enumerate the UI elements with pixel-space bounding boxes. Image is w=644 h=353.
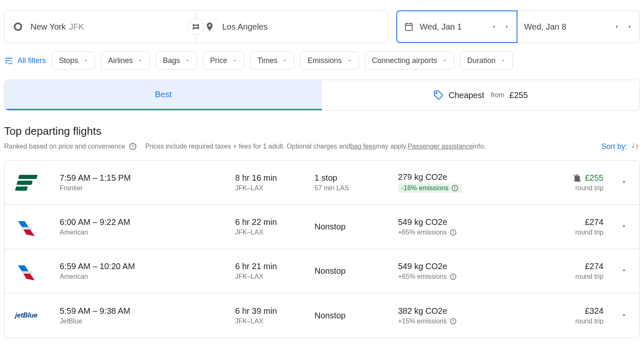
chevron-down-icon [232,58,237,63]
tab-best[interactable]: Best [5,80,322,110]
filter-chip-airlines[interactable]: Airlines [101,51,150,70]
info-icon[interactable] [449,229,457,236]
chevron-down-icon [620,311,628,319]
filter-chip-stops[interactable]: Stops [52,51,95,70]
all-filters-label: All filters [18,56,46,65]
flight-route: JFK–LAX [235,273,314,280]
info-icon[interactable] [449,273,457,280]
trip-type: round trip [537,273,603,280]
flight-stops: 1 stop [314,173,398,183]
tab-cheapest-label: Cheapest [449,91,484,100]
chevron-down-icon [620,178,628,186]
airline-name: American [60,273,235,280]
return-prev-icon[interactable] [614,24,619,30]
filter-chip-bags[interactable]: Bags [156,51,197,70]
flight-price: £274 [537,262,603,271]
flight-row[interactable]: 6:00 AM – 9:22 AMAmerican6 hr 22 minJFK–… [5,205,639,249]
destination-text: Los Angeles [222,22,268,32]
flight-duration: 6 hr 21 min [235,262,314,271]
filter-chip-label: Price [210,56,227,65]
emissions-delta: +15% emissions [398,318,457,325]
svg-point-0 [436,93,437,94]
tab-cheapest-price: £255 [510,91,528,100]
chevron-down-icon [620,222,628,230]
all-filters-button[interactable]: All filters [4,56,46,65]
flight-stops: Nonstop [314,222,398,232]
filter-chip-label: Stops [59,56,78,65]
airline-logo-frontier [15,175,38,191]
flight-row[interactable]: 7:59 AM – 1:15 PMFrontier8 hr 16 minJFK–… [5,161,639,205]
emissions-delta: +65% emissions [398,273,457,280]
tab-cheapest[interactable]: Cheapest from £255 [322,80,639,110]
prices-text-2: may apply. [376,143,408,150]
return-next-icon[interactable] [627,24,633,30]
chevron-down-icon [138,58,143,63]
chevron-down-icon [442,58,447,63]
origin-code: JFK [69,22,84,32]
ranked-text: Ranked based on price and convenience [4,143,125,150]
chevron-down-icon [620,267,628,274]
airline-logo-jetblue: jetBlue [15,312,37,319]
depart-date-text: Wed, Jan 1 [420,22,482,32]
sort-by-label: Sort by: [601,142,627,151]
tune-icon [4,56,13,65]
filter-chip-label: Airlines [108,56,133,65]
expand-button[interactable] [620,267,628,275]
flight-row[interactable]: jetBlue5:59 AM – 9:38 AMJetBlue6 hr 39 m… [5,293,639,338]
swap-button[interactable] [188,18,204,35]
flight-route: JFK–LAX [235,184,314,192]
subhead-row: Ranked based on price and convenience Pr… [4,142,640,151]
airline-name: Frontier [60,184,235,192]
flight-times: 6:59 AM – 10:20 AM [60,262,235,271]
swap-icon [191,22,200,31]
return-date-input[interactable]: Wed, Jan 8 [517,10,640,43]
expand-button[interactable] [620,222,628,231]
filter-chip-emissions[interactable]: Emissions [300,51,359,70]
chevron-down-icon [347,58,352,63]
flight-price: £324 [537,306,603,316]
flight-times: 5:59 AM – 9:38 AM [60,306,235,316]
flight-times: 6:00 AM – 9:22 AM [60,217,235,227]
tab-cheapest-from: from [491,91,505,99]
airline-name: American [60,229,235,236]
depart-date-input[interactable]: Wed, Jan 1 [396,10,517,43]
flight-co2: 382 kg CO2e [398,306,494,316]
expand-button[interactable] [620,311,628,320]
chevron-down-icon [282,58,287,63]
flight-duration: 6 hr 22 min [235,217,314,227]
airline-name: JetBlue [60,318,235,325]
sort-by-button[interactable]: Sort by: [601,142,640,151]
prices-text-3: info. [473,143,486,150]
trip-type: round trip [537,184,603,192]
trip-type: round trip [537,229,603,236]
info-icon[interactable] [129,142,137,151]
flight-stops: Nonstop [314,266,398,276]
depart-next-icon[interactable] [504,24,510,30]
emissions-delta: +65% emissions [398,229,457,236]
flight-route: JFK–LAX [235,318,314,325]
origin-input[interactable]: New York JFK [4,10,196,43]
trip-type: round trip [537,318,603,325]
expand-button[interactable] [620,178,628,187]
filter-chip-duration[interactable]: Duration [460,51,513,70]
flight-list: 7:59 AM – 1:15 PMFrontier8 hr 16 minJFK–… [4,160,640,338]
filter-chip-connecting-airports[interactable]: Connecting airports [365,51,454,70]
calendar-icon [404,22,414,32]
filter-chip-times[interactable]: Times [250,51,294,70]
passenger-assistance-link[interactable]: Passenger assistance [408,143,473,150]
return-date-text: Wed, Jan 8 [524,22,605,32]
no-bag-icon [573,174,582,183]
info-icon[interactable] [449,318,457,325]
info-icon[interactable] [451,184,459,192]
flight-price: £255 [537,173,603,183]
flight-row[interactable]: 6:59 AM – 10:20 AMAmerican6 hr 21 minJFK… [5,249,639,293]
flight-times: 7:59 AM – 1:15 PM [60,173,235,183]
origin-text: New York [30,22,66,32]
depart-prev-icon[interactable] [491,24,497,30]
bag-fees-link[interactable]: bag fees [350,143,376,150]
chevron-down-icon [185,58,190,63]
filter-chip-price[interactable]: Price [203,51,244,70]
destination-input[interactable]: Los Angeles [196,10,388,43]
page-heading: Top departing flights [4,125,640,138]
filter-chip-label: Connecting airports [372,56,437,65]
